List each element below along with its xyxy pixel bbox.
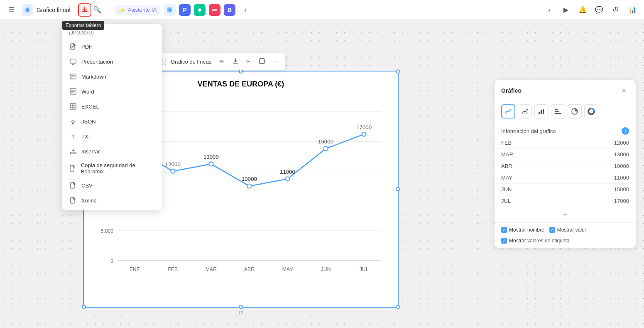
svg-text:11000: 11000 [280, 169, 295, 175]
bell-icon: 🔔 [578, 6, 587, 14]
svg-rect-67 [555, 111, 559, 112]
checkbox-etiqueta[interactable]: Mostrar valores de etiqueta [501, 238, 569, 244]
svg-point-1 [26, 8, 29, 12]
word-icon [69, 87, 77, 96]
ai-assistant-button[interactable]: ✨ Asistente IA [114, 5, 161, 15]
svg-point-52 [209, 162, 213, 166]
toolbar-divider [109, 5, 109, 15]
handle-top-mid[interactable] [239, 69, 243, 74]
chart-type-hbar-btn[interactable] [551, 104, 565, 118]
info-dot: i [622, 127, 629, 135]
play-button[interactable]: ▶ [559, 3, 573, 17]
svg-point-53 [247, 184, 251, 188]
svg-rect-6 [82, 11, 88, 12]
handle-bottom-mid[interactable] [239, 305, 243, 309]
export-csv[interactable]: CSV [62, 178, 162, 193]
nombre-checkbox[interactable] [501, 227, 507, 233]
stats-button[interactable]: 📊 [626, 3, 639, 17]
export-xmind[interactable]: Xmind [62, 193, 162, 208]
value-jul: 17000 [561, 195, 636, 207]
svg-text:10000: 10000 [242, 176, 257, 182]
svg-text:JUL: JUL [360, 266, 369, 272]
more-icon: ··· [273, 58, 278, 65]
bar-chart-icon [538, 108, 545, 115]
drag-handle[interactable] [162, 59, 167, 65]
notification-button[interactable]: 🔔 [576, 3, 589, 17]
rotate-handle[interactable]: ↺ [238, 309, 243, 316]
export-excel[interactable]: EXCEL [62, 99, 162, 114]
svg-point-56 [362, 132, 366, 136]
export-header-text: (JPG/SVG) [69, 30, 94, 36]
export-pdf-label: PDF [81, 44, 92, 50]
chart-more-button[interactable]: ··· [269, 56, 281, 67]
handle-bottom-right[interactable] [396, 305, 400, 309]
collapse-apps-button[interactable]: ‹ [239, 3, 252, 17]
app-icon-4[interactable] [209, 4, 220, 16]
add-row-button[interactable]: + [495, 207, 636, 222]
svg-text:12000: 12000 [165, 161, 181, 168]
download-icon [233, 58, 238, 65]
export-pdf[interactable]: PDF [62, 39, 162, 54]
export-backup[interactable]: Copia de seguridad de Boardmix [62, 159, 162, 178]
panel-close-button[interactable]: ✕ [619, 86, 629, 96]
chart-type-bar-btn[interactable] [534, 104, 549, 118]
month-feb: FEB [495, 137, 561, 149]
table-row: JUL 17000 [495, 195, 636, 207]
chart-edit-button[interactable]: ✏ [216, 56, 228, 67]
backup-icon [69, 164, 77, 173]
export-word[interactable]: Word [62, 84, 162, 99]
export-json[interactable]: {} JSON [62, 114, 162, 129]
checkbox-valor[interactable]: Mostrar valor [549, 227, 586, 233]
stats-icon: 📊 [628, 6, 637, 14]
app-icon-2[interactable]: P [179, 4, 191, 16]
app-icon-1[interactable] [164, 4, 176, 16]
chart-download-button[interactable] [230, 56, 241, 67]
search-icon: 🔍 [93, 6, 101, 14]
export-backup-label: Copia de seguridad de Boardmix [81, 162, 155, 175]
export-insertar[interactable]: Insertar [62, 144, 162, 159]
donut-chart-icon [588, 108, 595, 115]
svg-text:MAY: MAY [282, 266, 293, 272]
export-button[interactable] [78, 3, 91, 17]
clock-button[interactable]: ⏱ [609, 3, 622, 17]
export-txt-label: TXT [81, 133, 92, 140]
export-tooltip: Exportar tablero [62, 21, 104, 30]
app-icon-5[interactable]: B [224, 4, 235, 16]
export-txt[interactable]: T TXT [62, 129, 162, 144]
chart-arrange-button[interactable] [256, 56, 268, 67]
chart-type-line2-btn[interactable] [518, 104, 532, 118]
search-button[interactable]: 🔍 [91, 3, 104, 17]
export-excel-label: EXCEL [81, 104, 99, 110]
export-presentacion[interactable]: Presentación [62, 54, 162, 69]
handle-bottom-left[interactable] [82, 305, 86, 309]
svg-rect-3 [169, 9, 171, 11]
chart-type-donut-btn[interactable] [584, 104, 598, 118]
export-presentacion-label: Presentación [81, 59, 113, 65]
svg-point-54 [285, 177, 289, 181]
etiqueta-checkbox[interactable] [501, 238, 507, 244]
app-icon-3[interactable] [194, 4, 206, 16]
chart-scissors-button[interactable]: ✂ [243, 56, 255, 67]
chevron-right-button[interactable]: › [543, 3, 556, 17]
valor-checkbox[interactable] [549, 227, 555, 233]
pencil-icon: ✏ [220, 58, 225, 65]
month-mar: MAR [495, 149, 561, 160]
svg-rect-64 [541, 110, 542, 114]
line-chart-icon [504, 108, 512, 115]
svg-rect-28 [71, 182, 74, 188]
value-jun: 15000 [561, 184, 636, 195]
handle-top-right[interactable] [396, 69, 400, 74]
chart-type-pie-btn[interactable] [568, 104, 582, 118]
txt-icon: T [69, 132, 77, 141]
hbar-chart-icon [554, 108, 562, 115]
chart-type-line-btn[interactable] [501, 104, 515, 118]
chat-button[interactable]: 💬 [593, 3, 606, 17]
svg-text:ABR: ABR [244, 266, 255, 272]
menu-button[interactable]: ☰ [5, 3, 18, 17]
value-may: 11000 [561, 172, 636, 184]
handle-right-mid[interactable] [396, 187, 400, 191]
checkbox-nombre[interactable]: Mostrar nombre [501, 227, 544, 233]
export-markdown[interactable]: Markdown [62, 69, 162, 84]
export-word-label: Word [81, 89, 94, 95]
svg-text:JUN: JUN [321, 266, 331, 272]
